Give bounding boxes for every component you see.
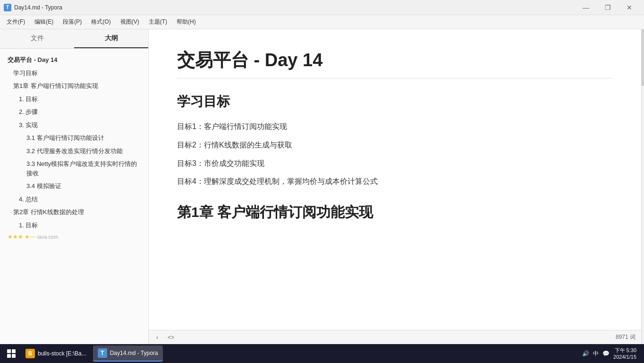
bulls-label: bulls-stock [E:\Ba... bbox=[38, 350, 86, 357]
window-controls[interactable]: — ❐ ✕ bbox=[575, 0, 640, 15]
app-body: 文件 大纲 交易平台 - Day 14学习目标第1章 客户端行情订阅功能实现1.… bbox=[0, 29, 644, 344]
outline-item-label: 3.1 客户端行情订阅功能设计 bbox=[26, 133, 141, 143]
taskbar-tray: 🔊 中 💬 下午 5:30 2024/1/15 bbox=[582, 347, 640, 361]
status-left: ‹ <> bbox=[154, 333, 176, 342]
title-bar-left: T Day14.md - Typora bbox=[4, 4, 62, 11]
menu-bar: 文件(F) 编辑(E) 段落(P) 格式(O) 视图(V) 主题(T) 帮助(H… bbox=[0, 15, 644, 29]
title-bar: T Day14.md - Typora — ❐ ✕ bbox=[0, 0, 644, 15]
time-display: 下午 5:30 bbox=[613, 347, 636, 354]
outline-list: 交易平台 - Day 14学习目标第1章 客户端行情订阅功能实现1. 目标2. … bbox=[0, 53, 148, 232]
outline-item-label: 3.4 模拟验证 bbox=[26, 182, 141, 191]
editor-area[interactable]: 交易平台 - Day 14 学习目标 目标1：客户端行情订阅功能实现 目标2：行… bbox=[149, 29, 641, 330]
content-wrapper: 交易平台 - Day 14 学习目标 目标1：客户端行情订阅功能实现 目标2：行… bbox=[149, 29, 644, 344]
outline-item-label: 4. 总结 bbox=[19, 195, 141, 204]
outline-item[interactable]: 交易平台 - Day 14 bbox=[0, 53, 148, 67]
outline-item-label: 学习目标 bbox=[13, 69, 141, 78]
typora-label: Day14.md - Typora bbox=[110, 350, 158, 356]
menu-format[interactable]: 格式(O) bbox=[86, 16, 115, 28]
tab-outline[interactable]: 大纲 bbox=[74, 29, 148, 48]
outline-item-label: 1. 目标 bbox=[19, 95, 141, 104]
outline-item-label: 3.3 Netty模拟客户端改造支持实时行情的接收 bbox=[26, 159, 141, 178]
minimize-button[interactable]: — bbox=[575, 0, 597, 15]
chapter-1-heading: 第1章 客户端行情订阅功能实现 bbox=[177, 203, 613, 222]
outline-item-label: 3.2 代理服务改造实现行情分发功能 bbox=[26, 147, 141, 156]
maximize-button[interactable]: ❐ bbox=[597, 0, 619, 15]
outline-item-label: 第1章 客户端行情订阅功能实现 bbox=[13, 81, 141, 91]
outline-item[interactable]: 3.3 Netty模拟客户端改造支持实时行情的接收 bbox=[0, 157, 148, 180]
outline-item[interactable]: 第1章 客户端行情订阅功能实现 bbox=[0, 79, 148, 93]
taskbar-clock[interactable]: 下午 5:30 2024/1/15 bbox=[613, 347, 636, 361]
outline-item-label: 交易平台 - Day 14 bbox=[8, 55, 141, 65]
sidebar: 文件 大纲 交易平台 - Day 14学习目标第1章 客户端行情订阅功能实现1.… bbox=[0, 29, 149, 344]
sidebar-watermark: ★★★ ★— iava.com bbox=[0, 232, 148, 244]
taskbar-app-typora[interactable]: T Day14.md - Typora bbox=[93, 346, 163, 362]
tray-chat[interactable]: 💬 bbox=[602, 350, 610, 357]
tray-sound[interactable]: 🔊 bbox=[582, 350, 589, 357]
star-icons: ★★★ ★— bbox=[8, 233, 35, 240]
bulls-icon: B bbox=[25, 349, 35, 358]
menu-theme[interactable]: 主题(T) bbox=[144, 16, 172, 28]
window-title: Day14.md - Typora bbox=[14, 4, 62, 11]
outline-item[interactable]: 3.1 客户端行情订阅功能设计 bbox=[0, 131, 148, 145]
outline-item[interactable]: 1. 目标 bbox=[0, 219, 148, 232]
watermark-text: iava.com bbox=[37, 234, 58, 240]
nav-code-button[interactable]: <> bbox=[166, 333, 176, 342]
objective-1: 目标1：客户端行情订阅功能实现 bbox=[177, 120, 613, 134]
tray-ime[interactable]: 中 bbox=[593, 350, 599, 358]
outline-content: 交易平台 - Day 14学习目标第1章 客户端行情订阅功能实现1. 目标2. … bbox=[0, 49, 148, 344]
outline-item[interactable]: 3.4 模拟验证 bbox=[0, 180, 148, 193]
outline-item[interactable]: 3.2 代理服务改造实现行情分发功能 bbox=[0, 145, 148, 158]
outline-item-label: 2. 步骤 bbox=[19, 107, 141, 117]
status-bar: ‹ <> 8971 词 bbox=[149, 330, 641, 344]
objective-4: 目标4：理解深度成交处理机制，掌握均价与成本价计算公式 bbox=[177, 175, 613, 189]
start-button[interactable] bbox=[4, 346, 19, 361]
editor-scrollbar[interactable] bbox=[641, 29, 644, 344]
typora-icon: T bbox=[98, 348, 107, 358]
nav-back-button[interactable]: ‹ bbox=[154, 333, 160, 342]
taskbar-app-bulls[interactable]: B bulls-stock [E:\Ba... bbox=[21, 346, 91, 362]
objective-2: 目标2：行情K线数据的生成与获取 bbox=[177, 138, 613, 152]
outline-item[interactable]: 第2章 行情K线数据的处理 bbox=[0, 206, 148, 219]
outline-item-label: 3. 实现 bbox=[19, 121, 141, 130]
outline-item[interactable]: 2. 步骤 bbox=[0, 105, 148, 119]
menu-help[interactable]: 帮助(H) bbox=[172, 16, 201, 28]
section-heading-objectives: 学习目标 bbox=[177, 93, 613, 111]
date-display: 2024/1/15 bbox=[613, 354, 636, 360]
close-button[interactable]: ✕ bbox=[619, 0, 640, 15]
menu-file[interactable]: 文件(F) bbox=[2, 16, 30, 28]
taskbar: B bulls-stock [E:\Ba... T Day14.md - Typ… bbox=[0, 344, 644, 363]
content-area: 交易平台 - Day 14 学习目标 目标1：客户端行情订阅功能实现 目标2：行… bbox=[149, 29, 641, 344]
objective-3: 目标3：市价成交功能实现 bbox=[177, 157, 613, 171]
outline-item-label: 第2章 行情K线数据的处理 bbox=[13, 207, 141, 217]
outline-item[interactable]: 学习目标 bbox=[0, 67, 148, 80]
outline-item[interactable]: 4. 总结 bbox=[0, 193, 148, 206]
outline-item-label: 1. 目标 bbox=[19, 221, 141, 230]
doc-title: 交易平台 - Day 14 bbox=[177, 48, 613, 78]
taskbar-apps: B bulls-stock [E:\Ba... T Day14.md - Typ… bbox=[21, 346, 580, 362]
tab-file[interactable]: 文件 bbox=[0, 29, 74, 48]
word-count: 8971 词 bbox=[616, 333, 636, 341]
scrollbar-thumb[interactable] bbox=[641, 29, 644, 86]
menu-edit[interactable]: 编辑(E) bbox=[30, 16, 58, 28]
menu-para[interactable]: 段落(P) bbox=[58, 16, 86, 28]
outline-item[interactable]: 1. 目标 bbox=[0, 93, 148, 106]
app-icon: T bbox=[4, 4, 11, 11]
menu-view[interactable]: 视图(V) bbox=[116, 16, 144, 28]
outline-item[interactable]: 3. 实现 bbox=[0, 119, 148, 132]
sidebar-tabs: 文件 大纲 bbox=[0, 29, 148, 49]
